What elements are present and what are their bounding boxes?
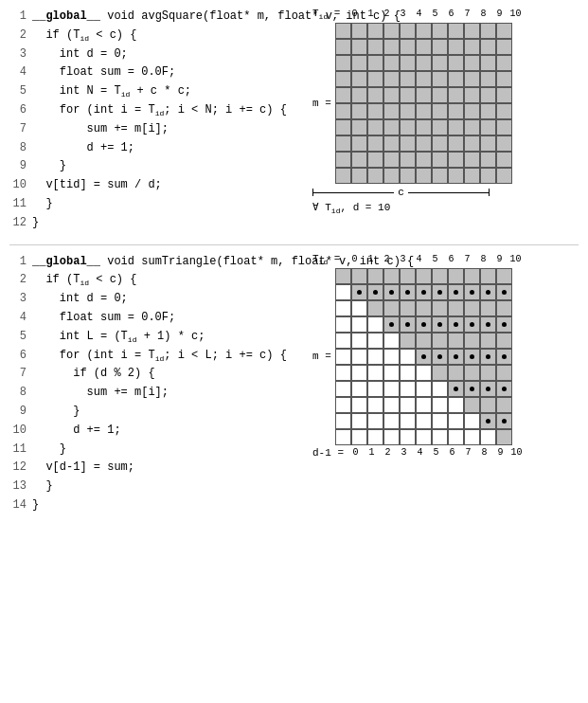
grid-cell — [335, 268, 351, 284]
grid-cell — [432, 284, 448, 300]
dot-marker — [437, 290, 442, 295]
grid-cell — [383, 152, 400, 168]
grid-cell — [432, 429, 448, 445]
grid-cell — [335, 55, 351, 71]
grid-cell — [480, 365, 496, 381]
grid-cell — [480, 300, 496, 316]
grid-cell — [367, 349, 383, 365]
line-num: 10 — [9, 422, 27, 441]
grid-cell — [335, 365, 351, 381]
grid-cell — [464, 135, 480, 152]
code-text: } — [32, 214, 39, 233]
code-line-12: 12 } — [9, 214, 303, 233]
grid-cell — [432, 55, 448, 71]
col-num-9: 9 — [491, 9, 508, 19]
grid-cell — [335, 413, 351, 429]
grid-cell — [432, 268, 448, 284]
grid-cell — [416, 168, 432, 184]
code-line-5: 5 int N = Tid + c * c; — [9, 82, 303, 101]
grid-cell — [351, 397, 367, 413]
code-text: d += 1; — [32, 139, 134, 158]
code-text: } — [32, 478, 53, 496]
grid-row — [335, 119, 512, 135]
grid-cell — [448, 413, 464, 429]
grid-cell — [448, 333, 464, 349]
code-line-11: 11 } — [9, 195, 303, 214]
grid-cell — [367, 397, 383, 413]
grid-cell — [480, 333, 496, 349]
grid-cell — [448, 284, 464, 300]
grid-cell — [416, 413, 432, 429]
code-line-s1: 1 __global__ void sumTriangle(float* m, … — [9, 253, 303, 272]
grid-cell — [416, 268, 432, 284]
grid-row — [335, 397, 512, 413]
grid-cell — [496, 365, 512, 381]
grid-cell — [480, 119, 496, 135]
grid-row — [335, 39, 512, 55]
grid-cell — [496, 413, 512, 429]
m-label: m = — [312, 98, 331, 109]
line-num: 2 — [9, 271, 27, 290]
grid-cell — [464, 365, 480, 381]
grid-cell — [335, 23, 351, 39]
c-bracket: c — [312, 187, 490, 198]
code-text: v[tid] = sum / d; — [32, 176, 162, 195]
code-text: } — [32, 441, 66, 460]
col-num-4: 4 — [411, 9, 427, 19]
dot-marker — [454, 290, 458, 295]
dot-marker — [389, 322, 394, 327]
line-num: 12 — [9, 214, 27, 233]
grid-cell — [335, 429, 351, 445]
code-block-sum-triangle: 1 __global__ void sumTriangle(float* m, … — [9, 253, 303, 515]
code-line-10: 10 v[tid] = sum / d; — [9, 176, 303, 195]
grid-cell — [351, 39, 367, 55]
line-num: 6 — [9, 101, 27, 120]
dot-marker — [502, 290, 507, 295]
grid-cell — [432, 316, 448, 333]
dot-marker — [486, 419, 490, 424]
code-text: } — [32, 195, 53, 214]
code-text: for (int i = Tid; i < L; i += c) { — [32, 347, 287, 366]
grid-cell — [335, 39, 351, 55]
grid-cell — [351, 71, 367, 87]
grid-cell — [464, 268, 480, 284]
grid-cell — [351, 152, 367, 168]
grid-row — [335, 413, 512, 429]
code-text: float sum = 0.0F; — [32, 63, 175, 82]
code-line-6: 6 for (int i = Tid; i < N; i += c) { — [9, 101, 303, 120]
grid-cell — [351, 413, 367, 429]
grid-cell — [448, 381, 464, 397]
line-num: 4 — [9, 63, 27, 82]
grid-cell — [351, 23, 367, 39]
grid-cell — [432, 39, 448, 55]
dot-marker — [421, 290, 426, 295]
line-num: 9 — [9, 403, 27, 422]
grid-cell — [400, 23, 416, 39]
grid-cell — [400, 119, 416, 135]
grid-cell — [335, 119, 351, 135]
grid-cell — [367, 333, 383, 349]
grid-cell — [383, 349, 400, 365]
grid-cell — [432, 381, 448, 397]
grid-cell — [351, 55, 367, 71]
grid-cell — [432, 365, 448, 381]
grid-cell — [496, 397, 512, 413]
grid-cell — [480, 381, 496, 397]
grid-cell — [448, 55, 464, 71]
grid-cell — [416, 152, 432, 168]
grid-cell — [448, 365, 464, 381]
grid-cell — [480, 71, 496, 87]
grid-cell — [351, 365, 367, 381]
grid-row — [335, 300, 512, 316]
grid-cell — [416, 381, 432, 397]
grid-cell — [464, 71, 480, 87]
grid-cell — [480, 135, 496, 152]
grid-cell — [432, 103, 448, 119]
grid-cell — [496, 429, 512, 445]
dot-marker — [421, 322, 426, 327]
grid-cell — [351, 135, 367, 152]
c-label: c — [394, 187, 408, 198]
grid-cell — [448, 168, 464, 184]
grid-cell — [383, 55, 400, 71]
code-text: int N = Tid + c * c; — [32, 82, 191, 101]
